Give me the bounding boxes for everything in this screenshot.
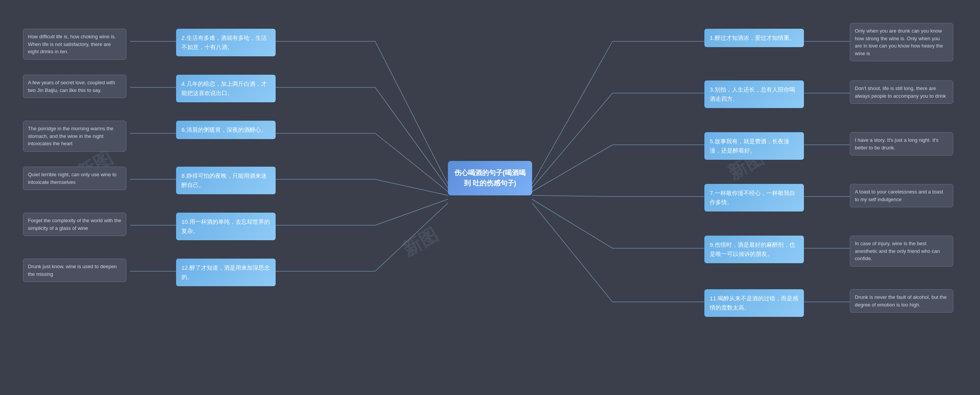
node-cn-r4-text: 7.一杯敬你漫不经心，一杯敬我自作多情。 bbox=[710, 190, 795, 205]
node-en-l6: Drunk just know, wine is used to deepen … bbox=[23, 259, 126, 282]
node-en-r6-text: Drunk is never the fault of alcohol, but… bbox=[855, 294, 947, 308]
node-cn-l1-text: 2.生活有多难，酒就有多呛，生活不如意，十有八酒。 bbox=[181, 34, 267, 50]
svg-line-22 bbox=[532, 145, 612, 192]
node-en-l3-text: The porridge in the morning warms the st… bbox=[28, 126, 113, 146]
connection-lines bbox=[0, 0, 980, 395]
node-cn-l2: 4.几年的暗恋，加上两斤白酒，才能把这喜欢说出口。 bbox=[176, 75, 276, 102]
center-label: 伤心喝酒的句子(喝酒喝到 吐的伤感句子) bbox=[454, 169, 526, 187]
node-cn-l3-text: 6.清晨的粥暖胃，深夜的酒醉心。 bbox=[181, 126, 267, 133]
node-cn-l4-text: 8.静得可怕的夜晚，只能用酒来迷醉自己。 bbox=[181, 172, 267, 188]
svg-line-28 bbox=[532, 203, 612, 302]
node-en-l2: A few years of secret love, coupled with… bbox=[23, 75, 126, 98]
node-en-r4-text: A toast to your carelessness and a toast… bbox=[855, 189, 943, 202]
node-cn-r3-text: 5.故事我有，就是费酒，长夜漫漫，还是醉着好。 bbox=[710, 138, 789, 154]
svg-line-4 bbox=[375, 133, 448, 192]
node-cn-r5-text: 9.伤情时，酒是最好的麻醉剂，也是唯一可以倾诉的朋友。 bbox=[710, 241, 795, 257]
node-en-l5: Forget the complexity of the world with … bbox=[23, 213, 126, 236]
node-cn-l5-text: 10.用一杯酒的单纯，去忘却世界的复杂。 bbox=[181, 218, 270, 234]
node-cn-r1: 1.醉过才知酒浓，爱过才知情重。 bbox=[704, 29, 804, 47]
svg-line-24 bbox=[532, 195, 612, 197]
node-en-l4: Quiet terrible night, can only use wine … bbox=[23, 167, 126, 190]
node-en-r5-text: In case of injury, wine is the best anes… bbox=[855, 241, 940, 261]
mind-map: 伤心喝酒的句子(喝酒喝到 吐的伤感句子) 2.生活有多难，酒就有多呛，生活不如意… bbox=[0, 0, 980, 395]
svg-line-26 bbox=[532, 199, 612, 248]
svg-line-6 bbox=[375, 179, 448, 195]
node-cn-l6-text: 12.醉了才知道，酒是用来加深思念的。 bbox=[181, 264, 270, 280]
node-cn-r3: 5.故事我有，就是费酒，长夜漫漫，还是醉着好。 bbox=[704, 132, 804, 160]
node-cn-l5: 10.用一杯酒的单纯，去忘却世界的复杂。 bbox=[176, 213, 276, 240]
svg-line-10 bbox=[375, 203, 448, 271]
node-en-l3: The porridge in the morning warms the st… bbox=[23, 121, 126, 152]
node-cn-l2-text: 4.几年的暗恋，加上两斤白酒，才能把这喜欢说出口。 bbox=[181, 80, 267, 96]
node-cn-l3: 6.清晨的粥暖胃，深夜的酒醉心。 bbox=[176, 121, 276, 139]
node-en-r1: Only when you are drunk can you know how… bbox=[850, 23, 953, 61]
node-cn-r6-text: 11.喝醉从来不是酒的过错，而是感情的度数太高。 bbox=[710, 295, 798, 311]
node-en-r3: I have a story. It's just a long night. … bbox=[850, 132, 953, 156]
node-cn-r6: 11.喝醉从来不是酒的过错，而是感情的度数太高。 bbox=[704, 289, 804, 317]
node-en-l6-text: Drunk just know, wine is used to deepen … bbox=[28, 264, 117, 277]
node-en-r2: Don't shoot, life is still long, there a… bbox=[850, 80, 953, 104]
svg-line-8 bbox=[375, 199, 448, 225]
node-cn-l1: 2.生活有多难，酒就有多呛，生活不如意，十有八酒。 bbox=[176, 29, 276, 56]
watermark-2: 新图 bbox=[398, 222, 442, 262]
node-en-r1-text: Only when you are drunk can you know how… bbox=[855, 28, 943, 56]
node-cn-r2-text: 3.别拍，人生还长，总有人陪你喝酒走四方。 bbox=[710, 86, 795, 102]
node-cn-r5: 9.伤情时，酒是最好的麻醉剂，也是唯一可以倾诉的朋友。 bbox=[704, 236, 804, 263]
node-en-r4: A toast to your carelessness and a toast… bbox=[850, 184, 953, 207]
center-node: 伤心喝酒的句子(喝酒喝到 吐的伤感句子) bbox=[448, 161, 532, 195]
node-en-l1: How difficult life is, how choking wine … bbox=[23, 29, 126, 60]
node-en-r2-text: Don't shoot, life is still long, there a… bbox=[855, 85, 946, 99]
node-cn-l6: 12.醉了才知道，酒是用来加深思念的。 bbox=[176, 259, 276, 286]
node-en-l1-text: How difficult life is, how choking wine … bbox=[28, 34, 116, 54]
node-cn-r2: 3.别拍，人生还长，总有人陪你喝酒走四方。 bbox=[704, 80, 804, 108]
node-cn-r4: 7.一杯敬你漫不经心，一杯敬我自作多情。 bbox=[704, 184, 804, 211]
node-en-r5: In case of injury, wine is the best anes… bbox=[850, 236, 953, 267]
svg-line-0 bbox=[375, 41, 448, 184]
svg-line-2 bbox=[375, 87, 448, 188]
svg-line-18 bbox=[532, 41, 612, 184]
node-cn-r1-text: 1.醉过才知酒浓，爱过才知情重。 bbox=[710, 34, 795, 41]
node-en-l2-text: A few years of secret love, coupled with… bbox=[28, 80, 115, 93]
svg-line-20 bbox=[532, 93, 612, 188]
node-en-r6: Drunk is never the fault of alcohol, but… bbox=[850, 289, 953, 313]
node-en-r3-text: I have a story. It's just a long night. … bbox=[855, 137, 939, 151]
node-en-l4-text: Quiet terrible night, can only use wine … bbox=[28, 172, 116, 185]
node-en-l5-text: Forget the complexity of the world with … bbox=[28, 218, 121, 231]
node-cn-l4: 8.静得可怕的夜晚，只能用酒来迷醉自己。 bbox=[176, 167, 276, 194]
